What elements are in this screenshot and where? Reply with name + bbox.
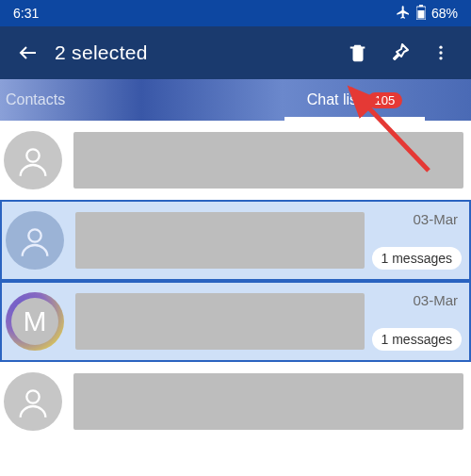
chat-preview-redacted	[73, 373, 463, 430]
status-right: 68%	[396, 5, 458, 23]
chat-date: 03-Mar	[413, 211, 462, 227]
chat-meta: 03-Mar 1 messages	[372, 211, 462, 270]
airplane-mode-icon	[396, 5, 411, 23]
chat-row[interactable]: M 03-Mar 1 messages	[0, 281, 471, 362]
pin-button[interactable]	[379, 32, 420, 74]
back-button[interactable]	[9, 34, 47, 72]
tab-chat-list[interactable]: Chat list 105	[238, 79, 471, 121]
tab-contacts[interactable]: Contacts	[0, 79, 238, 121]
svg-rect-2	[417, 10, 424, 19]
svg-point-4	[439, 46, 442, 49]
delete-button[interactable]	[337, 32, 379, 74]
chat-list: 03-Mar 1 messages M 03-Mar 1 messages	[0, 121, 471, 441]
battery-percent: 68%	[431, 6, 458, 21]
chat-preview-redacted	[75, 293, 365, 350]
chat-meta: 03-Mar 1 messages	[372, 292, 462, 351]
chat-preview-redacted	[73, 132, 463, 189]
tab-chatlist-label: Chat list	[307, 91, 362, 108]
avatar-initial: M	[24, 305, 47, 337]
svg-point-5	[439, 51, 442, 54]
svg-rect-1	[419, 5, 423, 7]
avatar	[6, 211, 64, 270]
chat-row[interactable]	[0, 121, 471, 200]
svg-point-6	[439, 57, 442, 59]
chat-message-count: 1 messages	[372, 247, 462, 270]
svg-point-7	[26, 149, 39, 161]
battery-icon	[416, 5, 426, 23]
status-bar: 6:31 68%	[0, 0, 471, 26]
status-time: 6:31	[13, 6, 39, 21]
unread-badge: 105	[367, 92, 403, 108]
avatar: M	[6, 292, 64, 351]
chat-row[interactable]: 03-Mar 1 messages	[0, 200, 471, 281]
tab-contacts-label: Contacts	[6, 91, 65, 108]
selection-app-bar: 2 selected	[0, 26, 471, 79]
chat-row[interactable]	[0, 362, 471, 441]
avatar	[4, 372, 62, 431]
svg-point-8	[28, 229, 41, 241]
svg-point-9	[26, 390, 39, 402]
avatar	[4, 131, 62, 189]
chat-date: 03-Mar	[413, 292, 462, 308]
overflow-menu-button[interactable]	[420, 32, 462, 74]
chat-message-count: 1 messages	[372, 328, 462, 351]
chat-preview-redacted	[75, 212, 365, 269]
tab-bar: Contacts Chat list 105	[0, 79, 471, 121]
selection-count-title: 2 selected	[55, 41, 337, 64]
